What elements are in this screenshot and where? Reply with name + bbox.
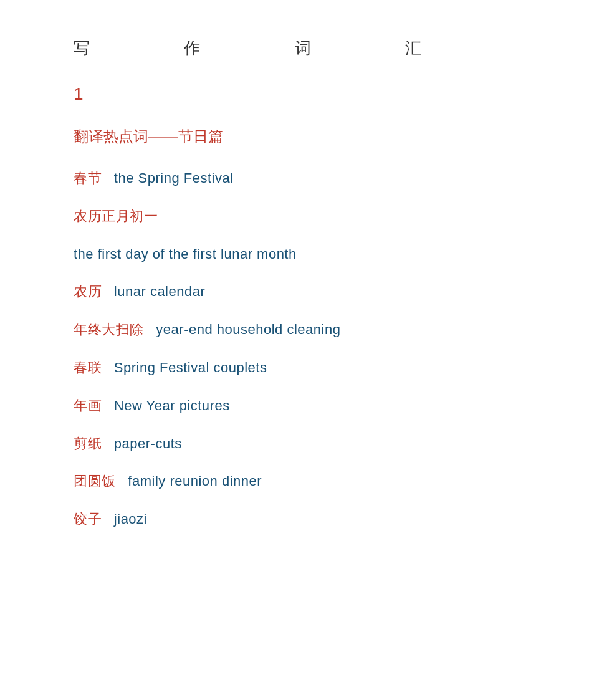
english-4: lunar calendar (106, 284, 206, 299)
vocab-entry-4: 农历 lunar calendar (74, 282, 515, 302)
english-1: the Spring Festival (106, 170, 234, 186)
chinese-8: 剪纸 (74, 436, 102, 451)
chinese-10: 饺子 (74, 511, 102, 527)
pinyin-10: jiaozi (106, 511, 147, 527)
english-6: Spring Festival couplets (106, 360, 267, 375)
chinese-4: 农历 (74, 284, 102, 299)
chinese-6: 春联 (74, 360, 102, 375)
english-9: family reunion dinner (120, 473, 262, 489)
vocab-entry-1: 春节 the Spring Festival (74, 169, 515, 188)
english-5: year-end household cleaning (148, 322, 340, 337)
page-container: 写 作 词 汇 1 翻译热点词——节日篇 春节 the Spring Festi… (0, 0, 589, 585)
tab-write[interactable]: 写 (74, 37, 184, 59)
vocab-entry-9: 团圆饭 family reunion dinner (74, 472, 515, 491)
tab-vocab[interactable]: 汇 (405, 37, 515, 59)
english-7: New Year pictures (106, 398, 230, 413)
section-title: 翻译热点词——节日篇 (74, 127, 515, 146)
vocab-entry-5: 年终大扫除 year-end household cleaning (74, 320, 515, 340)
vocab-entry-6: 春联 Spring Festival couplets (74, 358, 515, 378)
tab-word[interactable]: 词 (295, 37, 405, 59)
chinese-2: 农历正月初一 (74, 208, 158, 224)
vocab-entry-3: the first day of the first lunar month (74, 245, 515, 264)
chinese-1: 春节 (74, 170, 102, 186)
vocab-entry-10: 饺子 jiaozi (74, 510, 515, 529)
vocab-entry-2: 农历正月初一 (74, 207, 515, 226)
header-tabs: 写 作 词 汇 (74, 37, 515, 59)
chinese-5: 年终大扫除 (74, 322, 144, 337)
vocab-entry-7: 年画 New Year pictures (74, 396, 515, 416)
chinese-7: 年画 (74, 398, 102, 413)
english-8: paper-cuts (106, 436, 182, 451)
chinese-9: 团圆饭 (74, 473, 116, 489)
vocab-entry-8: 剪纸 paper-cuts (74, 434, 515, 454)
english-3: the first day of the first lunar month (74, 246, 297, 262)
tab-work[interactable]: 作 (184, 37, 294, 59)
page-number: 1 (74, 84, 515, 104)
